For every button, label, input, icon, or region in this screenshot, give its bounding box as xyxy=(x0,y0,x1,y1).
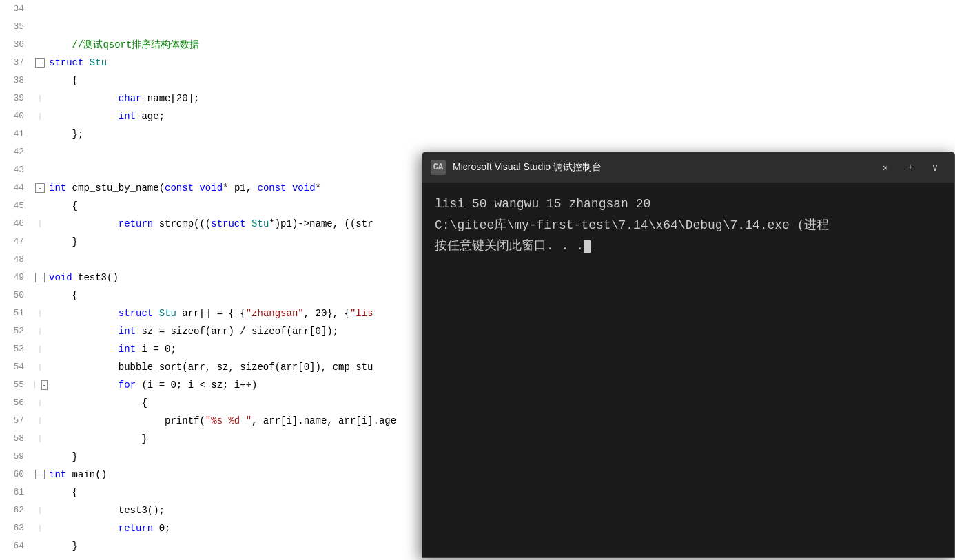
code-line-46: 46 | return strcmp(((struct Stu*)p1)->na… xyxy=(0,215,427,233)
code-line-45: 45 { xyxy=(0,197,427,215)
terminal-title: Microsoft Visual Studio 调试控制台 xyxy=(453,161,872,174)
code-line-42: 42 xyxy=(0,143,427,161)
code-line-44: 44 - int cmp_stu_by_name(const void* p1,… xyxy=(0,179,427,197)
code-line-47: 47 } xyxy=(0,233,427,251)
code-line-57: 57 | printf("%s %d ", arr[i].name, arr[i… xyxy=(0,412,427,430)
code-line-40: 40 | int age; xyxy=(0,107,427,125)
terminal-app-icon: CA xyxy=(431,160,446,175)
code-line-56: 56 | { xyxy=(0,394,427,412)
terminal-chevron-button[interactable]: ∨ xyxy=(924,156,946,178)
code-line-55: 55 | - for (i = 0; i < sz; i++) xyxy=(0,376,427,394)
fold-icon-60[interactable]: - xyxy=(35,470,45,479)
code-line-59: 59 } xyxy=(0,448,427,466)
code-lines: 34 35 36 //测试qsort排序结构体数据 37 - struct St… xyxy=(0,0,427,555)
code-line-54: 54 | bubble_sort(arr, sz, sizeof(arr[0])… xyxy=(0,358,427,376)
code-line-38: 38 { xyxy=(0,72,427,90)
code-line-35: 35 xyxy=(0,18,427,36)
code-line-52: 52 | int sz = sizeof(arr) / sizeof(arr[0… xyxy=(0,322,427,340)
fold-icon-49[interactable]: - xyxy=(35,273,45,282)
code-line-61: 61 { xyxy=(0,484,427,501)
code-line-51: 51 | struct Stu arr[] = { {"zhangsan", 2… xyxy=(0,304,427,322)
code-line-50: 50 { xyxy=(0,287,427,304)
code-line-58: 58 | } xyxy=(0,430,427,448)
terminal-output-line-2: C:\gitee库\my-first-test\7.14\x64\Debug\7… xyxy=(435,215,942,236)
code-line-53: 53 | int i = 0; xyxy=(0,340,427,358)
code-line-34: 34 xyxy=(0,0,427,18)
terminal-cursor xyxy=(584,240,591,253)
code-line-49: 49 - void test3() xyxy=(0,269,427,287)
code-line-43: 43 xyxy=(0,161,427,179)
code-line-64: 64 } xyxy=(0,537,427,555)
fold-icon-37[interactable]: - xyxy=(35,58,45,68)
terminal-titlebar: CA Microsoft Visual Studio 调试控制台 ✕ + ∨ xyxy=(422,152,954,183)
code-line-60: 60 - int main() xyxy=(0,466,427,484)
terminal-output-line-1: lisi 50 wangwu 15 zhangsan 20 xyxy=(435,194,942,215)
terminal-body: lisi 50 wangwu 15 zhangsan 20 C:\gitee库\… xyxy=(422,183,954,557)
terminal-output-line-3: 按任意键关闭此窗口. . . xyxy=(435,236,942,257)
code-line-41: 41 }; xyxy=(0,125,427,143)
terminal-add-button[interactable]: + xyxy=(899,156,921,178)
code-line-48: 48 xyxy=(0,251,427,269)
code-line-36: 36 //测试qsort排序结构体数据 xyxy=(0,36,427,54)
terminal-window: CA Microsoft Visual Studio 调试控制台 ✕ + ∨ l… xyxy=(422,152,955,558)
code-line-62: 62 | test3(); xyxy=(0,501,427,519)
code-line-37: 37 - struct Stu xyxy=(0,54,427,72)
terminal-close-button[interactable]: ✕ xyxy=(874,156,896,178)
code-line-39: 39 | char name[20]; xyxy=(0,90,427,107)
code-editor: 34 35 36 //测试qsort排序结构体数据 37 - struct St… xyxy=(0,0,427,560)
code-line-63: 63 | return 0; xyxy=(0,519,427,537)
fold-icon-44[interactable]: - xyxy=(35,183,45,193)
